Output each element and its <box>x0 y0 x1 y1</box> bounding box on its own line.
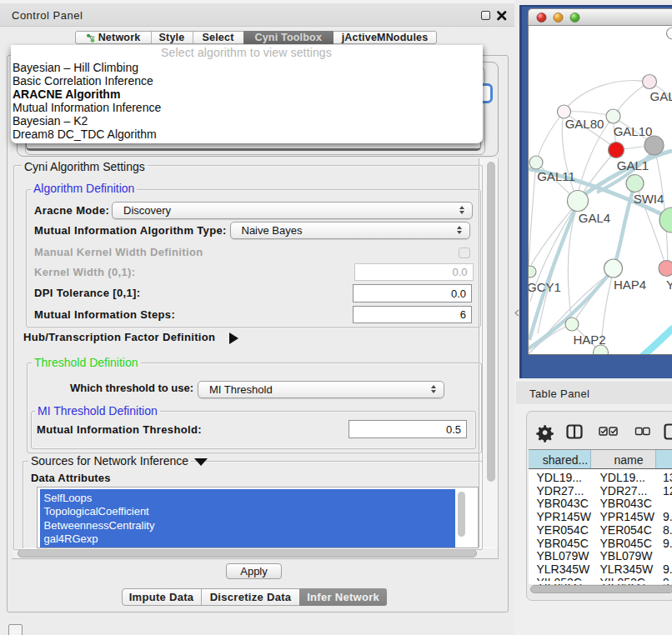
svg-text:HAP2: HAP2 <box>573 332 605 347</box>
svg-text:GAL80: GAL80 <box>565 117 604 131</box>
svg-text:GAL4: GAL4 <box>579 211 610 225</box>
svg-text:Y: Y <box>666 278 672 292</box>
svg-text:GAL2: GAL2 <box>650 89 672 103</box>
svg-text:GCY1: GCY1 <box>529 280 561 294</box>
svg-text:SWI4: SWI4 <box>634 192 664 206</box>
svg-text:HAP4: HAP4 <box>614 278 646 292</box>
svg-text:GAL1: GAL1 <box>617 158 649 172</box>
svg-text:GAL10: GAL10 <box>614 124 653 138</box>
svg-text:GAL11: GAL11 <box>537 169 575 183</box>
